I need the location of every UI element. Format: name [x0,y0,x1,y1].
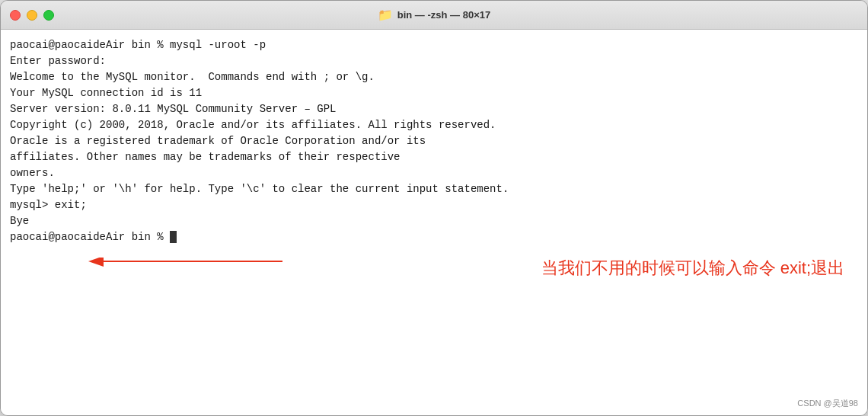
cursor [170,231,177,243]
terminal-line: paocai@paocaideAir bin % [10,229,858,245]
arrow-graphic [1,258,389,280]
terminal-window: 📁 bin — -zsh — 80×17 paocai@paocaideAir … [0,0,868,416]
terminal-line: paocai@paocaideAir bin % mysql -uroot -p [10,37,858,53]
maximize-button[interactable] [43,10,54,21]
terminal-line: Oracle is a registered trademark of Orac… [10,133,858,149]
title-text: bin — -zsh — 80×17 [397,9,490,21]
chinese-annotation: 当我们不用的时候可以输入命令 exit;退出 [541,255,844,280]
close-button[interactable] [10,10,21,21]
terminal-line: Bye [10,213,858,229]
window-title: 📁 bin — -zsh — 80×17 [378,8,490,22]
terminal-line: Enter password: [10,53,858,69]
titlebar: 📁 bin — -zsh — 80×17 [1,1,867,30]
terminal-line: owners. [10,165,858,181]
folder-icon: 📁 [378,8,393,22]
terminal-body[interactable]: paocai@paocaideAir bin % mysql -uroot -p… [1,30,867,415]
terminal-line: Copyright (c) 2000, 2018, Oracle and/or … [10,117,858,133]
terminal-line: Welcome to the MySQL monitor. Commands e… [10,69,858,85]
minimize-button[interactable] [27,10,37,21]
terminal-line: affiliates. Other names may be trademark… [10,149,858,165]
terminal-line: mysql> exit; [10,197,858,213]
traffic-lights [10,10,54,21]
terminal-output: paocai@paocaideAir bin % mysql -uroot -p… [10,37,858,245]
watermark: CSDN @吴道98 [797,397,858,410]
terminal-line: Server version: 8.0.11 MySQL Community S… [10,101,858,117]
terminal-line: Your MySQL connection id is 11 [10,85,858,101]
terminal-line: Type 'help;' or '\h' for help. Type '\c'… [10,181,858,197]
